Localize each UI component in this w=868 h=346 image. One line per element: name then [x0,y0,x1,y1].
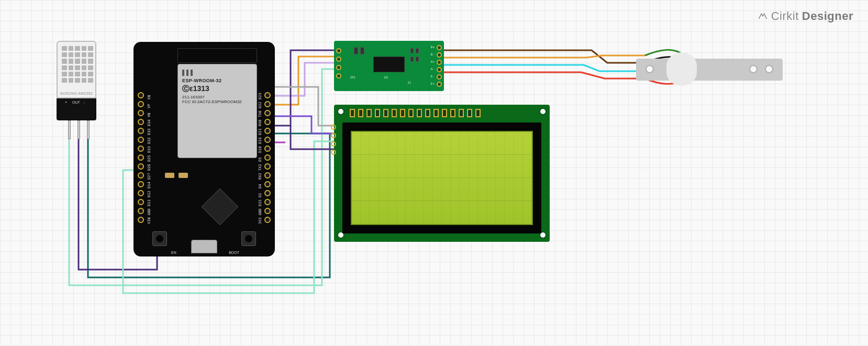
lcd-i2c-scl[interactable] [331,125,336,130]
lcd-20x4[interactable] [334,105,550,242]
esp32-pin-d2: D2 [258,193,262,197]
esp32-pinhole-right-0[interactable] [264,217,271,223]
lcd-pin-10[interactable] [425,109,430,117]
esp32-pinhole-left-3[interactable] [138,190,144,196]
lcd-pin-3[interactable] [366,109,372,117]
esp32-pinhole-left-6[interactable] [138,163,144,170]
lcd-pin-7[interactable] [400,109,405,117]
lcd-pin-1[interactable] [350,109,355,117]
lcd-header-pins [350,109,481,117]
esp32-pin-rx2: RX2 [258,173,262,180]
esp32-pin-d18: D18 [258,146,262,153]
esp32-pin-d33: D33 [147,146,151,153]
hx711-pad-dt[interactable] [336,57,341,62]
esp32-pinhole-left-1[interactable] [138,208,144,214]
hx711-pad-sck[interactable] [336,65,341,70]
brand-prefix: Cirkit [771,9,799,23]
lcd-pin-4[interactable] [375,109,380,117]
esp32-pinhole-right-10[interactable] [264,128,271,134]
esp32-pinhole-right-13[interactable] [264,101,271,107]
esp32-pinhole-right-3[interactable] [264,190,271,196]
esp32-en-label: EN [171,251,176,254]
esp32-pinhole-right-8[interactable] [264,146,271,152]
esp32-pinhole-right-5[interactable] [264,172,271,178]
lcd-pin-2[interactable] [358,109,363,117]
esp32-devkit[interactable]: ESP-WROOM-32 Ⓒε1313 211-161007 FCC ID:2A… [133,42,275,256]
lcd-pin-16[interactable] [475,109,481,117]
esp32-pinhole-right-12[interactable] [264,110,271,116]
esp32-pinhole-left-11[interactable] [138,119,144,125]
esp32-pin-d14: D14 [147,182,151,188]
esp32-pin-d19: D19 [258,137,262,144]
app-watermark: Cirkit Designer [758,9,853,23]
lcd-pin-15[interactable] [467,109,472,117]
esp32-pin-tx2: TX2 [258,164,262,171]
lcd-pin-8[interactable] [408,109,414,117]
esp32-pinhole-right-4[interactable] [264,181,271,187]
load-cell[interactable] [636,48,783,90]
esp32-pinhole-right-1[interactable] [264,208,271,214]
esp32-pinhole-left-7[interactable] [138,154,144,161]
lcd-pin-5[interactable] [383,109,388,117]
esp32-boot-button[interactable] [241,231,256,246]
esp32-pin-d22: D22 [258,102,262,108]
hx711-amplifier[interactable]: B+ B- A+ A- E- E+ JP2 J1 U2 [334,41,444,91]
lcd-pin-9[interactable] [417,109,422,117]
dht22-pin-plus: + [65,101,67,104]
esp32-pinhole-right-9[interactable] [264,137,271,143]
hx711-pad-eminus[interactable] [437,74,442,80]
hx711-pad-gnd[interactable] [336,48,341,53]
esp32-pin-d26: D26 [147,164,151,171]
dht22-grille [62,46,93,83]
esp32-pin-tx0: TX0 [258,110,262,117]
esp32-pinhole-left-9[interactable] [138,137,144,143]
lcd-i2c-sda[interactable] [331,133,336,138]
esp32-pin-d27: D27 [147,173,151,180]
hx711-pad-bplus[interactable] [437,45,442,50]
esp32-pinhole-right-7[interactable] [264,154,271,161]
esp32-pin-d35: D35 [147,128,151,135]
esp32-pin-vp: VP [147,104,151,108]
lcd-pin-13[interactable] [450,109,455,117]
esp32-pin-d4: D4 [258,184,262,188]
lcd-i2c-gnd[interactable] [331,150,336,155]
esp32-pin-d34: D34 [147,119,151,126]
hx711-pad-bminus[interactable] [437,52,442,58]
brand-bold: Designer [802,9,853,23]
hx711-pad-aplus[interactable] [437,60,442,65]
esp32-pinhole-left-2[interactable] [138,199,144,205]
esp32-pinhole-left-14[interactable] [138,92,144,98]
esp32-pinhole-left-5[interactable] [138,172,144,178]
esp32-pinhole-left-12[interactable] [138,110,144,116]
esp32-shield: ESP-WROOM-32 Ⓒε1313 211-161007 FCC ID:2A… [177,64,257,158]
esp32-pin-d21: D21 [258,128,262,135]
lcd-pin-12[interactable] [442,109,447,117]
esp32-usb-chip [202,188,239,226]
esp32-pin-gnd: GND [258,208,262,215]
esp32-pinhole-right-6[interactable] [264,163,271,170]
hx711-pad-aminus[interactable] [437,67,442,72]
esp32-pinhole-left-4[interactable] [138,181,144,187]
dht22-header-pins [58,120,96,142]
esp32-pin-gnd: GND [147,208,151,215]
esp32-pinhole-left-0[interactable] [138,217,144,223]
esp32-pinhole-right-2[interactable] [264,199,271,205]
esp32-pinhole-right-14[interactable] [264,92,271,98]
circuit-canvas[interactable]: Cirkit Designer [0,0,868,346]
load-cell-strain-gauge [666,52,697,86]
esp32-pin-vn: VN [147,113,151,117]
hx711-pad-eplus[interactable] [437,82,442,87]
lcd-pin-14[interactable] [459,109,464,117]
esp32-pinhole-left-13[interactable] [138,101,144,107]
esp32-pinhole-right-11[interactable] [264,119,271,125]
lcd-pin-11[interactable] [433,109,439,117]
hx711-pad-vcc[interactable] [336,73,341,79]
lcd-i2c-vcc[interactable] [331,141,336,147]
esp32-pinhole-left-10[interactable] [138,128,144,134]
esp32-ce: Ⓒε1313 [182,84,252,94]
lcd-bezel [342,122,541,233]
esp32-en-button[interactable] [152,231,167,246]
esp32-pin-vin: VIN [147,217,151,224]
lcd-pin-6[interactable] [392,109,397,117]
esp32-pinhole-left-8[interactable] [138,146,144,152]
